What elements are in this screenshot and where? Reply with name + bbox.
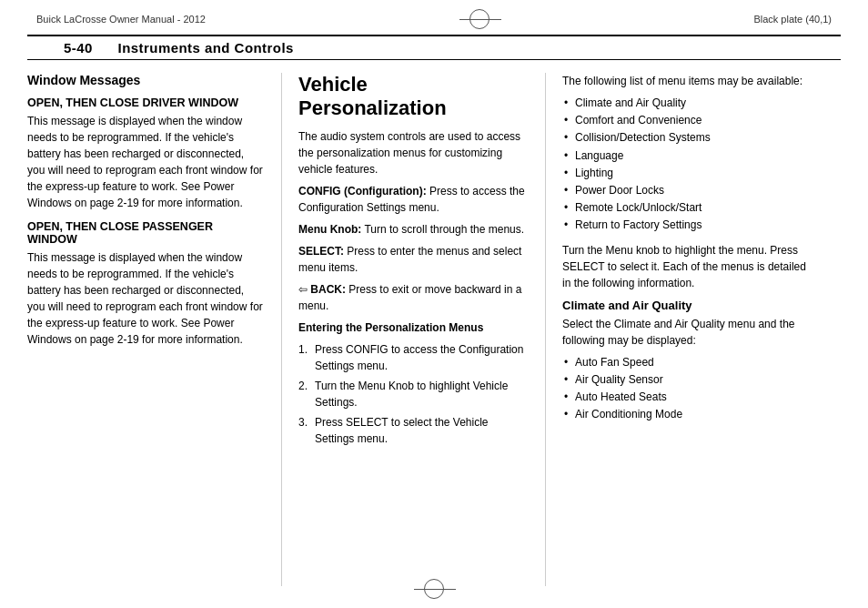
menu-item-factory: Return to Factory Settings: [562, 217, 810, 234]
menu-item-language: Language: [562, 147, 810, 165]
back-arrow-symbol: ⇦: [298, 283, 308, 296]
turn-menu-knob-text: Turn the Menu knob to highlight the menu…: [562, 242, 810, 291]
config-label: CONFIG (Configuration):: [298, 185, 427, 198]
middle-column: Vehicle Personalization The audio system…: [282, 73, 546, 586]
select-label: SELECT:: [298, 245, 344, 258]
chapter-title: 5-40 Instruments and Controls: [64, 40, 804, 56]
footer-decoration: [424, 573, 444, 603]
personalization-intro: The audio system controls are used to ac…: [298, 128, 529, 177]
step-2: Turn the Menu Knob to highlight Vehicle …: [298, 378, 529, 410]
climate-item-fan-speed: Auto Fan Speed: [562, 354, 810, 371]
menu-items-list: Climate and Air Quality Comfort and Conv…: [562, 95, 810, 235]
footer-circle: [424, 579, 444, 599]
climate-items-list: Auto Fan Speed Air Quality Sensor Auto H…: [562, 354, 810, 424]
menu-knob-paragraph: Menu Knob: Turn to scroll through the me…: [298, 221, 529, 238]
config-paragraph: CONFIG (Configuration): Press to access …: [298, 183, 529, 216]
back-paragraph: ⇦ BACK: Press to exit or move backward i…: [298, 281, 529, 314]
header-right-text: Black plate (40,1): [753, 14, 832, 25]
back-label: BACK:: [310, 283, 346, 296]
entering-menus-text: Entering the Personalization Menus: [298, 321, 483, 334]
climate-item-heated-seats: Auto Heated Seats: [562, 389, 810, 406]
steps-list: Press CONFIG to access the Configuration…: [298, 341, 529, 447]
menu-item-lighting: Lighting: [562, 165, 810, 182]
chapter-name: Instruments and Controls: [118, 40, 294, 56]
menu-item-comfort: Comfort and Convenience: [562, 112, 810, 129]
open-close-passenger-heading: OPEN, THEN CLOSE PASSENGER WINDOW: [27, 220, 263, 246]
entering-menus-label: Entering the Personalization Menus: [298, 319, 529, 336]
menu-item-climate: Climate and Air Quality: [562, 95, 810, 112]
open-close-passenger-body: This message is displayed when the windo…: [27, 249, 263, 348]
step-3: Press SELECT to select the Vehicle Setti…: [298, 414, 529, 447]
header-left-text: Buick LaCrosse Owner Manual - 2012: [36, 14, 206, 25]
page-header: Buick LaCrosse Owner Manual - 2012 Black…: [0, 0, 868, 35]
header-circle-decoration: [469, 9, 490, 29]
main-content: Window Messages OPEN, THEN CLOSE DRIVER …: [0, 60, 868, 595]
select-paragraph: SELECT: Press to enter the menus and sel…: [298, 243, 529, 276]
climate-item-ac-mode: Air Conditioning Mode: [562, 406, 810, 423]
vehicle-title-line1: Vehicle: [298, 73, 368, 96]
header-center-decoration: [469, 9, 490, 29]
vehicle-personalization-heading: Vehicle Personalization: [298, 73, 529, 121]
open-close-driver-heading: OPEN, THEN CLOSE DRIVER WINDOW: [27, 96, 263, 109]
vehicle-title-line2: Personalization: [298, 96, 447, 119]
chapter-title-bar: 5-40 Instruments and Controls: [27, 35, 841, 60]
open-close-driver-body: This message is displayed when the windo…: [27, 113, 263, 211]
left-column: Window Messages OPEN, THEN CLOSE DRIVER …: [27, 73, 282, 586]
window-messages-heading: Window Messages: [27, 73, 263, 87]
climate-air-quality-heading: Climate and Air Quality: [562, 299, 810, 312]
menu-item-remote-lock: Remote Lock/Unlock/Start: [562, 199, 810, 217]
chapter-number: 5-40: [64, 40, 93, 56]
step-1: Press CONFIG to access the Configuration…: [298, 341, 529, 374]
climate-item-air-quality: Air Quality Sensor: [562, 371, 810, 389]
menu-knob-label: Menu Knob:: [298, 223, 361, 236]
right-column: The following list of menu items may be …: [546, 73, 810, 586]
right-intro: The following list of menu items may be …: [562, 73, 810, 89]
menu-knob-text: Turn to scroll through the menus.: [361, 223, 524, 236]
climate-intro-text: Select the Climate and Air Quality menu …: [562, 316, 810, 349]
page: Buick LaCrosse Owner Manual - 2012 Black…: [0, 0, 868, 608]
menu-item-collision: Collision/Detection Systems: [562, 129, 810, 147]
menu-item-power-door: Power Door Locks: [562, 182, 810, 199]
